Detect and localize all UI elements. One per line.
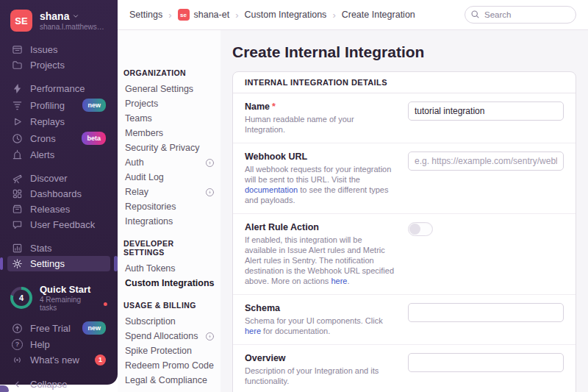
details-panel: INTERNAL INTEGRATION DETAILS Name* Human… — [232, 71, 576, 392]
nav-item-members[interactable]: Members — [123, 126, 216, 140]
collapse-wrap: Collapse — [0, 372, 118, 392]
alert-rule-toggle[interactable] — [408, 222, 433, 236]
user-menu[interactable]: SE shana shana.l.matthews@… — [0, 0, 118, 39]
app-root: SE shana shana.l.matthews@… Issues Proje… — [0, 0, 588, 392]
progress-count: 4 — [13, 290, 29, 306]
count-badge: 1 — [95, 354, 106, 366]
upsell-icon — [205, 188, 215, 197]
chevron-down-icon — [72, 13, 79, 20]
sidebar-item-dashboards[interactable]: Dashboards — [7, 186, 110, 202]
help-icon: ? — [12, 339, 23, 350]
active-indicator-left — [0, 257, 3, 270]
nav-item-audit-log[interactable]: Audit Log — [123, 170, 216, 185]
clock-icon — [12, 133, 23, 144]
nav-item-legal-compliance[interactable]: Legal & Compliance — [123, 373, 216, 388]
breadcrumb-create-integration: Create Integration — [342, 10, 415, 20]
gear-icon — [12, 258, 23, 269]
broadcast-icon — [12, 354, 23, 366]
org-avatar: se — [178, 9, 190, 21]
nav-item-repositories[interactable]: Repositories — [123, 199, 216, 214]
nav-item-projects[interactable]: Projects — [123, 96, 216, 111]
nav-item-teams[interactable]: Teams — [123, 111, 216, 126]
sidebar-item-discover[interactable]: Discover — [7, 171, 110, 186]
nav-item-security-privacy[interactable]: Security & Privacy — [123, 140, 216, 155]
name-input[interactable] — [408, 101, 564, 121]
breadcrumb-org[interactable]: se shana-et — [178, 9, 230, 21]
sidebar-item-alerts[interactable]: Alerts — [7, 147, 110, 163]
search-input[interactable] — [465, 6, 576, 24]
nav-item-auth-tokens[interactable]: Auth Tokens — [123, 261, 216, 276]
sidebar-item-issues[interactable]: Issues — [7, 42, 110, 57]
sidebar-item-stats[interactable]: Stats — [7, 240, 110, 256]
webhook-url-help: All webhook requests for your integratio… — [245, 164, 396, 205]
documentation-link[interactable]: documentation — [245, 185, 298, 194]
beta-badge: beta — [82, 132, 106, 145]
required-asterisk: * — [272, 101, 276, 112]
sidebar-item-whats-new[interactable]: What's new 1 — [7, 352, 110, 368]
name-label: Name — [245, 101, 270, 112]
toggle-knob — [409, 224, 420, 235]
bar-chart-icon — [12, 243, 23, 254]
sidebar-item-projects[interactable]: Projects — [7, 57, 110, 73]
nav-item-auth[interactable]: Auth — [123, 155, 216, 170]
webhook-url-input[interactable] — [408, 152, 564, 171]
upsell-icon — [205, 158, 215, 168]
breadcrumb-settings[interactable]: Settings — [129, 10, 162, 20]
here-link[interactable]: here — [331, 277, 347, 285]
details-panel-header: INTERNAL INTEGRATION DETAILS — [233, 72, 576, 93]
funnel-icon — [12, 100, 23, 111]
sidebar-item-performance[interactable]: Performance — [7, 81, 110, 96]
chevron-left-icon — [12, 379, 23, 390]
sidebar-item-replays[interactable]: Replays — [7, 114, 110, 129]
schema-label: Schema — [245, 303, 396, 313]
play-icon — [12, 116, 23, 127]
alert-rule-help: If enabled, this integration will be ava… — [245, 235, 396, 286]
search-box — [465, 6, 576, 24]
sidebar-collapse-button[interactable]: Collapse — [7, 377, 110, 392]
webhook-url-label: Webhook URL — [245, 152, 396, 162]
here-link[interactable]: here — [245, 327, 261, 335]
top-bar: Settings › se shana-et › Custom Integrat… — [118, 0, 588, 30]
quick-start[interactable]: 4 Quick Start 4 Remaining tasks — [0, 279, 118, 319]
upsell-icon — [205, 332, 215, 341]
sidebar-item-profiling[interactable]: Profiling new — [7, 96, 110, 114]
sidebar-item-crons[interactable]: Crons beta — [7, 129, 110, 147]
breadcrumb-separator: › — [168, 10, 171, 21]
content-region: ORGANIZATION General Settings Projects T… — [118, 30, 588, 392]
sidebar-item-settings[interactable]: Settings — [7, 256, 110, 271]
archive-box-icon — [12, 204, 23, 215]
folder-icon — [12, 60, 23, 71]
sidebar-item-help[interactable]: ? Help — [7, 337, 110, 352]
nav-item-custom-integrations[interactable]: Custom Integrations — [123, 276, 216, 291]
nav-section-developer-settings: DEVELOPER SETTINGS — [123, 239, 216, 257]
field-schema: Schema Schema for your UI components. Cl… — [233, 295, 576, 345]
nav-section-organization: ORGANIZATION — [123, 68, 216, 77]
sidebar-nav: Issues Projects Performance Profiling ne… — [0, 39, 118, 279]
breadcrumb-separator: › — [332, 10, 335, 21]
sidebar-item-user-feedback[interactable]: User Feedback — [7, 217, 110, 232]
nav-section-usage-billing: USAGE & BILLING — [123, 301, 216, 310]
nav-item-subscription[interactable]: Subscription — [123, 314, 216, 329]
sidebar-item-free-trial[interactable]: Free Trial new — [7, 319, 110, 337]
overview-input[interactable] — [408, 353, 564, 372]
breadcrumb-custom-integrations[interactable]: Custom Integrations — [245, 10, 327, 20]
lightning-icon — [12, 83, 23, 94]
nav-item-general-settings[interactable]: General Settings — [123, 82, 216, 96]
active-indicator-right — [114, 256, 118, 271]
nav-item-spike-protection[interactable]: Spike Protection — [123, 343, 216, 358]
schema-input[interactable] — [408, 303, 564, 322]
nav-item-relay[interactable]: Relay — [123, 185, 216, 199]
search-icon — [470, 10, 480, 19]
name-help: Human readable name of your Integration. — [245, 114, 396, 135]
quick-start-title: Quick Start — [40, 284, 107, 295]
sidebar-item-releases[interactable]: Releases — [7, 202, 110, 217]
circled-arrow-up-icon — [12, 323, 23, 334]
nav-item-redeem-promo-code[interactable]: Redeem Promo Code — [123, 358, 216, 373]
main-panel: Create Internal Integration INTERNAL INT… — [220, 30, 588, 392]
nav-item-integrations[interactable]: Integrations — [123, 214, 216, 229]
nav-item-spend-allocations[interactable]: Spend Allocations — [123, 329, 216, 343]
field-name: Name* Human readable name of your Integr… — [233, 93, 576, 143]
user-email: shana.l.matthews@… — [40, 23, 107, 31]
grid-icon — [12, 188, 23, 199]
schema-help: Schema for your UI components. Click her… — [245, 316, 396, 336]
